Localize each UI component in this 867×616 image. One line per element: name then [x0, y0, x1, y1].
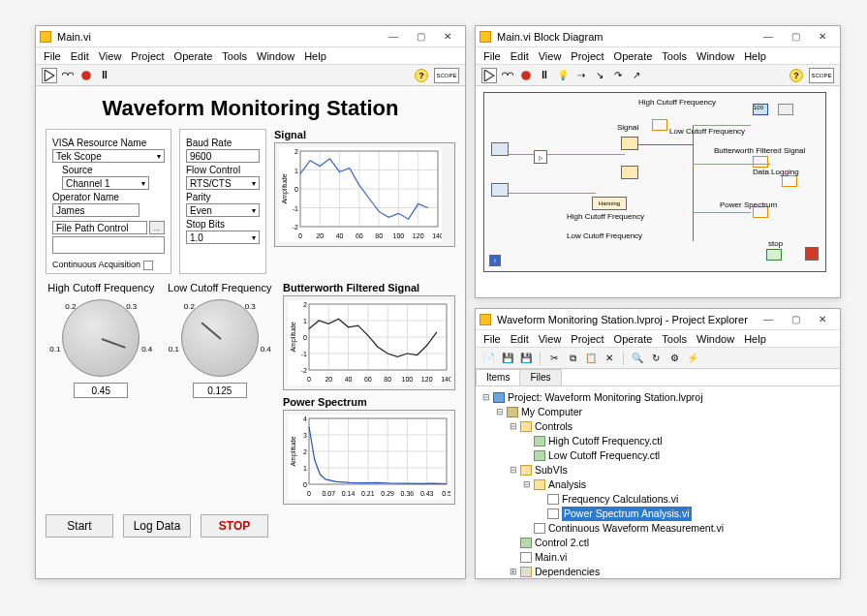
help-icon[interactable]: ? [415, 69, 428, 82]
parity-select[interactable]: Even [186, 203, 260, 217]
run-button[interactable] [481, 68, 497, 83]
paste-icon[interactable]: 📋 [583, 351, 599, 366]
menu-tools[interactable]: Tools [662, 333, 687, 345]
run-continuous-button[interactable] [60, 68, 76, 83]
menu-operate[interactable]: Operate [614, 50, 653, 62]
tree-analysis-folder[interactable]: ⊟Analysis [481, 477, 834, 492]
open-icon[interactable]: 📄 [481, 351, 497, 366]
menu-help[interactable]: Help [744, 333, 766, 345]
maximize-button[interactable]: ▢ [407, 28, 434, 46]
maximize-button[interactable]: ▢ [782, 28, 809, 46]
triangle-node[interactable]: ▷ [534, 150, 547, 164]
run-continuous-button[interactable] [500, 68, 515, 83]
vi-icon[interactable]: SCOPE [434, 68, 459, 83]
tree-project-root[interactable]: ⊟Project: Waveform Monitoring Station.lv… [481, 390, 834, 405]
tree-my-computer[interactable]: ⊟My Computer [481, 405, 834, 419]
numeric-constant[interactable]: 100 [753, 104, 768, 115]
menu-tools[interactable]: Tools [662, 50, 687, 62]
source-select[interactable]: Channel 1 [62, 176, 149, 190]
cluster-node[interactable] [491, 183, 509, 197]
signal-terminal[interactable] [652, 119, 667, 131]
menu-edit[interactable]: Edit [511, 333, 529, 345]
lcf-readout[interactable]: 0.125 [193, 383, 247, 398]
menu-edit[interactable]: Edit [511, 50, 529, 62]
step-into-button[interactable]: ↘ [592, 68, 607, 83]
tab-files[interactable]: Files [519, 369, 561, 385]
minimize-button[interactable]: — [755, 311, 782, 328]
loop-iteration-icon[interactable]: i [489, 255, 501, 266]
boolean-terminal[interactable] [778, 104, 793, 115]
menu-window[interactable]: Window [257, 50, 294, 62]
step-over-button[interactable]: ↷ [610, 68, 626, 83]
tree-subvis-folder[interactable]: ⊟SubVIs [481, 463, 834, 477]
menu-project[interactable]: Project [571, 50, 604, 62]
pause-button[interactable]: II [97, 68, 112, 83]
menu-file[interactable]: File [483, 50, 501, 62]
retain-wire-button[interactable]: ⇢ [573, 68, 589, 83]
titlebar[interactable]: Main.vi Block Diagram — ▢ ✕ [476, 26, 840, 47]
menu-operate[interactable]: Operate [174, 50, 213, 62]
tab-items[interactable]: Items [476, 369, 520, 385]
menu-window[interactable]: Window [697, 333, 734, 345]
run-button[interactable] [42, 68, 57, 83]
resolve-icon[interactable]: ⚡ [685, 351, 700, 366]
operator-name-input[interactable]: James [52, 203, 139, 217]
pause-button[interactable]: II [537, 68, 552, 83]
cluster-node[interactable] [491, 142, 509, 156]
tree-power-spectrum-vi[interactable]: Power Spectrum Analysis.vi [481, 507, 834, 521]
save-all-icon[interactable]: 💾 [518, 351, 534, 366]
menu-help[interactable]: Help [744, 50, 766, 62]
menu-tools[interactable]: Tools [222, 50, 247, 62]
file-path-input[interactable]: File Path Control [52, 221, 147, 234]
menu-view[interactable]: View [539, 50, 562, 62]
step-out-button[interactable]: ↗ [629, 68, 644, 83]
menu-window[interactable]: Window [697, 50, 734, 62]
stop-terminal[interactable] [766, 249, 782, 261]
menu-operate[interactable]: Operate [614, 333, 653, 345]
minimize-button[interactable]: — [380, 28, 407, 46]
help-icon[interactable]: ? [790, 69, 803, 82]
highlight-button[interactable]: 💡 [555, 68, 571, 83]
stop-button[interactable]: STOP [201, 514, 268, 538]
tree-main-vi[interactable]: Main.vi [481, 550, 834, 565]
abort-button[interactable] [78, 68, 94, 83]
hanning-ring[interactable]: Hanning [592, 197, 627, 210]
vi-icon[interactable]: SCOPE [809, 68, 834, 83]
menu-view[interactable]: View [539, 333, 562, 345]
menu-file[interactable]: File [44, 50, 61, 62]
titlebar[interactable]: Waveform Monitoring Station.lvproj - Pro… [476, 309, 840, 330]
loop-stop-icon[interactable] [805, 247, 819, 261]
menu-edit[interactable]: Edit [71, 50, 89, 62]
tree-dependencies[interactable]: ⊞Dependencies [481, 565, 834, 578]
filter-subvi[interactable] [621, 137, 638, 150]
menu-help[interactable]: Help [304, 50, 326, 62]
cut-icon[interactable]: ✂ [546, 351, 562, 366]
baud-input[interactable]: 9600 [186, 149, 260, 163]
data-logging-terminal[interactable] [782, 175, 797, 187]
close-button[interactable]: ✕ [809, 311, 836, 328]
menu-project[interactable]: Project [571, 333, 604, 345]
lcf-knob[interactable]: 0.1 0.2 0.3 0.4 [181, 299, 259, 377]
close-button[interactable]: ✕ [809, 28, 836, 46]
file-path-value[interactable] [52, 236, 165, 254]
start-button[interactable]: Start [46, 514, 113, 538]
titlebar[interactable]: Main.vi — ▢ ✕ [36, 26, 465, 47]
abort-button[interactable] [518, 68, 534, 83]
tree-lcf-ctl[interactable]: Low Cutoff Frequency.ctl [481, 448, 834, 463]
delete-icon[interactable]: ✕ [602, 351, 617, 366]
minimize-button[interactable]: — [755, 28, 782, 46]
flow-select[interactable]: RTS/CTS [186, 176, 260, 190]
properties-icon[interactable]: ⚙ [666, 351, 682, 366]
close-button[interactable]: ✕ [434, 28, 461, 46]
log-data-button[interactable]: Log Data [123, 514, 191, 538]
menu-view[interactable]: View [99, 50, 122, 62]
subvi-node[interactable] [621, 166, 638, 179]
stopbits-select[interactable]: 1.0 [186, 231, 260, 244]
copy-icon[interactable]: ⧉ [565, 351, 580, 366]
menu-file[interactable]: File [483, 333, 501, 345]
tree-cwm-vi[interactable]: Continuous Waveform Measurement.vi [481, 521, 834, 536]
tree-control2-ctl[interactable]: Control 2.ctl [481, 536, 834, 550]
tree-hcf-ctl[interactable]: High Cutoff Frequency.ctl [481, 434, 834, 448]
browse-button[interactable]: ... [149, 221, 165, 234]
tree-freq-calc-vi[interactable]: Frequency Calculations.vi [481, 492, 834, 507]
